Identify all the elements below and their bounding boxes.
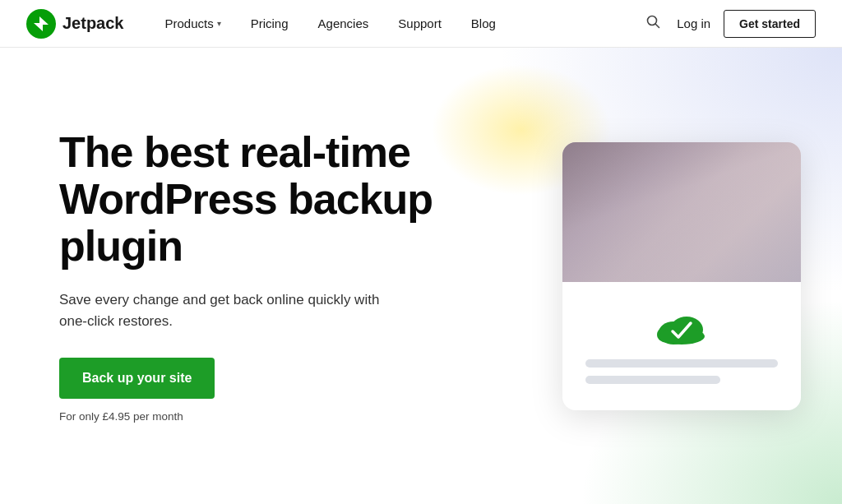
nav-link-support[interactable]: Support [383,0,456,48]
card-lines [585,359,778,384]
svg-line-2 [655,24,659,28]
card-line-2 [585,376,720,384]
search-button[interactable] [643,12,664,35]
backup-cta-button[interactable]: Back up your site [59,358,215,399]
hero-left: The best real-time WordPress backup plug… [0,129,444,423]
jetpack-logo-icon [26,9,56,39]
svg-point-6 [659,328,705,344]
feature-card [562,142,801,410]
nav-links: Products ▾ Pricing Agencies Support Blog [150,0,644,48]
nav-link-agencies[interactable]: Agencies [303,0,384,48]
price-note: For only £4.95 per month [59,410,444,423]
nav-right: Log in Get started [643,10,816,38]
card-image [562,142,801,282]
get-started-button[interactable]: Get started [724,10,816,38]
nav-item-pricing[interactable]: Pricing [236,0,303,48]
hero-subtitle: Save every change and get back online qu… [59,289,405,331]
hero-right [562,142,801,410]
hero-title: The best real-time WordPress backup plug… [59,129,444,270]
nav-item-blog[interactable]: Blog [456,0,511,48]
card-line-1 [585,359,778,368]
logo[interactable]: Jetpack [26,9,124,39]
nav-item-support[interactable]: Support [383,0,456,48]
nav-item-products[interactable]: Products ▾ [150,0,236,48]
nav-link-pricing[interactable]: Pricing [236,0,303,48]
nav-link-products[interactable]: Products ▾ [150,0,236,48]
navigation: Jetpack Products ▾ Pricing Agencies Supp… [0,0,842,48]
logo-text: Jetpack [62,14,124,33]
login-link[interactable]: Log in [677,16,710,30]
products-chevron-icon: ▾ [217,19,221,28]
main-content: The best real-time WordPress backup plug… [0,48,842,504]
nav-item-agencies[interactable]: Agencies [303,0,384,48]
nav-link-blog[interactable]: Blog [456,0,511,48]
card-body [562,282,801,410]
search-icon [646,15,660,29]
cloud-check-icon [655,305,708,346]
